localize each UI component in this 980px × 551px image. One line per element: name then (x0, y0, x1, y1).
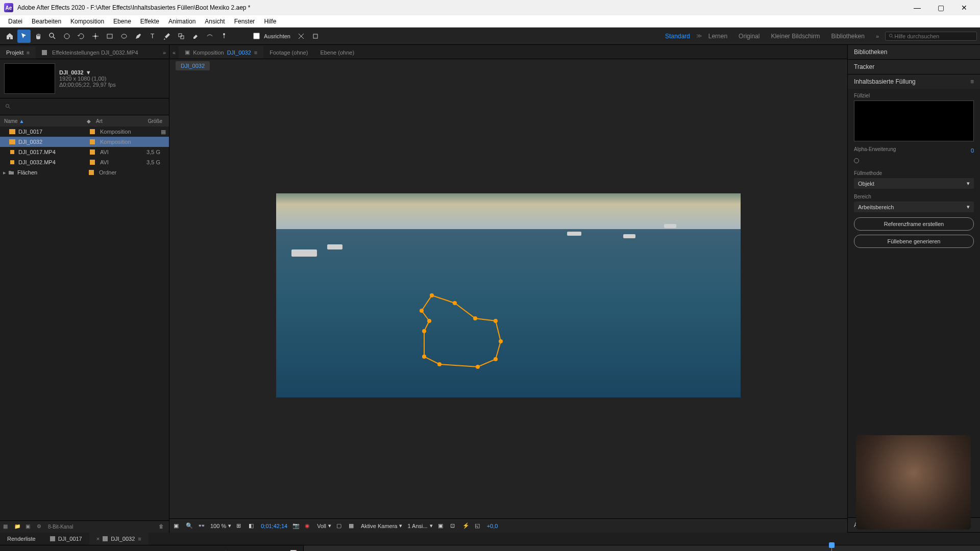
reference-frame-button[interactable]: Referenzframe erstellen (854, 217, 974, 231)
snapshot-icon[interactable]: 📷 (292, 522, 300, 530)
fast-icon[interactable]: ⚡ (462, 522, 470, 530)
workspace-overflow-icon[interactable]: » (871, 33, 884, 39)
workspace-bibliotheken[interactable]: Bibliotheken (826, 31, 869, 42)
views-dropdown[interactable]: 1 Ansi...▾ (407, 522, 432, 529)
zoom-tool[interactable] (46, 30, 59, 43)
range-dropdown[interactable]: Arbeitsbereich▾ (854, 202, 974, 212)
timeline-tab[interactable]: × DJI_0032 ≡ (89, 533, 149, 545)
interpret-icon[interactable]: ▦ (3, 523, 10, 531)
zoom-dropdown[interactable]: 100 %▾ (210, 522, 231, 529)
camera-dropdown[interactable]: Aktive Kamera▾ (361, 522, 403, 529)
composition-tab[interactable]: ▣ Komposition DJI_0032 ≡ (179, 46, 263, 59)
maximize-button[interactable]: ▢ (929, 0, 952, 15)
composition-viewer[interactable] (169, 72, 847, 518)
effects-tab[interactable]: Effekteinstellungen DJI_0032.MP4 (36, 46, 160, 59)
transparency-icon[interactable]: ▦ (349, 522, 356, 530)
project-item[interactable]: DJI_0032 Komposition (0, 137, 169, 147)
current-time[interactable]: 0;01;42;14 (261, 523, 287, 529)
ellipse-tool[interactable] (117, 30, 131, 43)
magnify-icon[interactable]: 🔍 (186, 522, 193, 530)
menu-animation[interactable]: Animation (164, 17, 200, 26)
roto-tool[interactable] (203, 30, 216, 43)
workspace-original[interactable]: Original (733, 31, 765, 42)
view-icon[interactable]: ▣ (438, 522, 445, 530)
project-item[interactable]: DJI_0017.MP4 AVI 3,5 G (0, 147, 169, 157)
brush-tool[interactable] (160, 30, 174, 43)
hand-tool[interactable] (32, 30, 45, 43)
channel-icon[interactable]: ◉ (305, 522, 312, 530)
sort-icon[interactable]: ▲ (19, 118, 24, 124)
label-column-icon[interactable]: ◆ (87, 118, 96, 124)
content-aware-fill-panel[interactable]: Inhaltsbasierte Füllung ≡ (848, 74, 980, 89)
menu-hilfe[interactable]: Hilfe (260, 17, 280, 26)
panel-menu-icon[interactable]: ≡ (27, 50, 30, 56)
panel-overflow-icon[interactable]: » (160, 46, 169, 59)
tracker-panel[interactable]: Tracker (848, 60, 980, 74)
selection-tool[interactable] (17, 30, 31, 43)
panel-menu-icon[interactable]: ≡ (970, 78, 974, 85)
timeline-ruler[interactable]: 20f38;00f 10f20f 39;00f10f 20f40;00f 10f… (304, 545, 980, 551)
minimize-button[interactable]: — (905, 0, 929, 15)
snap-tool[interactable] (295, 30, 308, 43)
eraser-tool[interactable] (189, 30, 202, 43)
text-tool[interactable]: T (146, 30, 159, 43)
flowchart-chip[interactable]: DJI_0032 (176, 61, 210, 70)
close-button[interactable]: ✕ (952, 0, 976, 15)
rect-tool[interactable] (103, 30, 116, 43)
timeline-tab[interactable]: DJI_0017 (43, 533, 89, 545)
viewer-icon[interactable]: ▣ (174, 522, 181, 530)
close-tab-icon[interactable]: × (96, 536, 100, 542)
menu-effekte[interactable]: Effekte (136, 17, 163, 26)
grid-icon[interactable]: ⊞ (236, 522, 243, 530)
help-search[interactable] (885, 32, 977, 41)
project-item[interactable]: DJI_0017 Komposition ▦ (0, 127, 169, 137)
workspace-standard[interactable]: Standard (660, 31, 695, 42)
snap-option-tool[interactable] (309, 30, 322, 43)
project-tab[interactable]: Projekt≡ (0, 46, 36, 59)
new-folder-icon[interactable]: 📁 (14, 523, 21, 531)
workspace-kleiner[interactable]: Kleiner Bildschirm (766, 31, 825, 42)
project-item-list[interactable]: DJI_0017 Komposition ▦ DJI_0032 Komposit… (0, 127, 169, 520)
menu-bearbeiten[interactable]: Bearbeiten (28, 17, 65, 26)
project-item[interactable]: DJI_0032.MP4 AVI 3,5 G (0, 157, 169, 167)
pixel-icon[interactable]: ⊡ (450, 522, 457, 530)
anchor-tool[interactable] (89, 30, 102, 43)
panel-nav-icon[interactable]: « (169, 46, 179, 59)
bibliotheken-panel[interactable]: Bibliotheken (848, 45, 980, 59)
menu-ebene[interactable]: Ebene (109, 17, 135, 26)
renderlist-tab[interactable]: Renderliste (0, 533, 43, 545)
resolution-dropdown[interactable]: Voll▾ (317, 522, 331, 529)
menu-datei[interactable]: Datei (4, 17, 27, 26)
bit-depth[interactable]: 8-Bit-Kanal (48, 524, 73, 530)
clone-tool[interactable] (175, 30, 188, 43)
panel-menu-icon[interactable]: ≡ (254, 49, 257, 56)
menu-fenster[interactable]: Fenster (230, 17, 259, 26)
pen-tool[interactable] (132, 30, 145, 43)
footage-tab[interactable]: Footage (ohne) (263, 46, 314, 59)
mask-path-overlay[interactable] (414, 290, 516, 383)
puppet-tool[interactable] (217, 30, 231, 43)
timeline-icon[interactable]: ◱ (475, 522, 482, 530)
ausrichten-checkbox[interactable] (253, 33, 260, 39)
playhead[interactable] (831, 545, 832, 551)
new-comp-icon[interactable]: ▣ (26, 523, 33, 531)
glasses-icon[interactable]: 👓 (198, 522, 205, 530)
alpha-value[interactable]: 0 (971, 147, 974, 154)
workspace-lernen[interactable]: Lernen (703, 31, 732, 42)
roi-icon[interactable]: ▢ (336, 522, 344, 530)
trash-icon[interactable]: 🗑 (159, 523, 166, 531)
panel-menu-icon[interactable]: ≡ (138, 536, 141, 542)
orbit-tool[interactable] (60, 30, 74, 43)
project-item[interactable]: ▸ Flächen Ordner (0, 167, 169, 178)
alpha-radio[interactable] (854, 158, 859, 163)
layer-tab[interactable]: Ebene (ohne) (314, 46, 360, 59)
menu-ansicht[interactable]: Ansicht (201, 17, 229, 26)
menu-komposition[interactable]: Komposition (66, 17, 108, 26)
method-dropdown[interactable]: Objekt▾ (854, 178, 974, 189)
project-search[interactable] (3, 102, 166, 112)
home-tool[interactable] (3, 30, 16, 43)
chevron-down-icon[interactable]: ▼ (86, 69, 91, 76)
settings-icon[interactable]: ⚙ (37, 523, 44, 531)
generate-fill-button[interactable]: Füllebene generieren (854, 235, 974, 248)
exposure[interactable]: +0,0 (487, 523, 498, 529)
